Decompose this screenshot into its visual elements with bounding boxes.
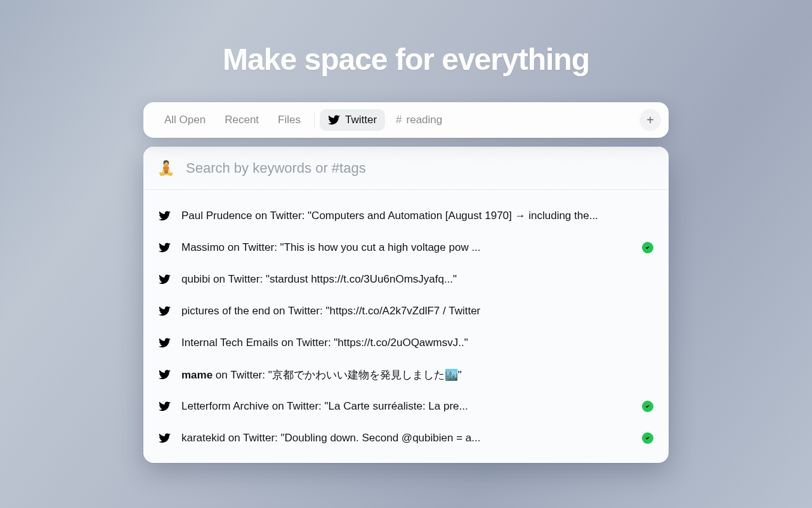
result-title: karatekid on Twitter: "Doubling down. Se… — [181, 432, 632, 444]
result-row[interactable]: Letterform Archive on Twitter: "La Carte… — [143, 391, 669, 422]
result-row[interactable]: qubibi on Twitter: "stardust https://t.c… — [143, 264, 669, 295]
search-row: 🧘 — [143, 147, 669, 190]
search-leading-icon: 🧘 — [157, 160, 174, 177]
result-title: Massimo on Twitter: "This is how you cut… — [181, 241, 632, 254]
twitter-icon — [159, 368, 171, 381]
tab-reading[interactable]: #reading — [388, 109, 450, 131]
tab-twitter[interactable]: Twitter — [320, 109, 385, 131]
tab-all-open[interactable]: All Open — [156, 109, 214, 131]
result-row[interactable]: mame on Twitter: "京都でかわいい建物を発見しました🏙️" — [143, 359, 669, 391]
twitter-icon — [159, 432, 171, 444]
add-tab-button[interactable]: + — [639, 109, 661, 131]
tab-label: All Open — [164, 114, 206, 126]
hash-icon: # — [396, 114, 402, 126]
tab-separator — [314, 112, 315, 128]
twitter-icon — [159, 273, 171, 286]
result-row[interactable]: karatekid on Twitter: "Doubling down. Se… — [143, 422, 669, 454]
result-title: Letterform Archive on Twitter: "La Carte… — [181, 400, 632, 413]
result-row[interactable]: Internal Tech Emails on Twitter: "https:… — [143, 327, 669, 359]
twitter-icon — [159, 305, 171, 318]
result-title: mame on Twitter: "京都でかわいい建物を発見しました🏙️" — [181, 368, 653, 382]
checkmark-badge-icon — [642, 432, 653, 444]
tab-label: Recent — [225, 114, 259, 126]
tab-label: reading — [407, 114, 443, 126]
twitter-icon — [159, 400, 171, 413]
result-row[interactable]: pictures of the end on Twitter: "https:/… — [143, 295, 669, 327]
results-list: Paul Prudence on Twitter: "Computers and… — [143, 190, 669, 463]
result-title: pictures of the end on Twitter: "https:/… — [181, 305, 653, 318]
tab-recent[interactable]: Recent — [216, 109, 267, 131]
twitter-icon — [159, 210, 171, 222]
twitter-icon — [159, 337, 171, 349]
result-title: Paul Prudence on Twitter: "Computers and… — [181, 210, 653, 222]
search-input[interactable] — [186, 160, 655, 177]
twitter-icon — [159, 241, 171, 254]
tab-label: Files — [278, 114, 301, 126]
result-title: Internal Tech Emails on Twitter: "https:… — [181, 337, 653, 349]
twitter-icon — [328, 114, 341, 126]
results-panel: 🧘 Paul Prudence on Twitter: "Computers a… — [143, 147, 669, 463]
checkmark-badge-icon — [642, 242, 653, 253]
tab-files[interactable]: Files — [270, 109, 309, 131]
result-row[interactable]: Massimo on Twitter: "This is how you cut… — [143, 232, 669, 264]
tab-label: Twitter — [345, 114, 377, 126]
result-title: qubibi on Twitter: "stardust https://t.c… — [181, 273, 653, 286]
tab-bar: All OpenRecentFilesTwitter#reading+ — [143, 102, 669, 138]
hero-title: Make space for everything — [223, 42, 589, 77]
result-row[interactable]: Paul Prudence on Twitter: "Computers and… — [143, 200, 669, 232]
checkmark-badge-icon — [642, 401, 653, 412]
